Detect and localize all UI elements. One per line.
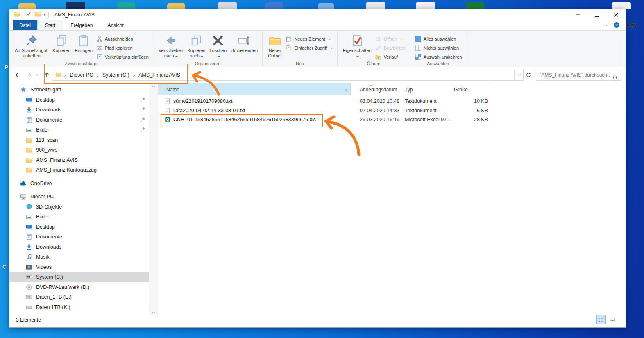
history-button[interactable]: Verlauf bbox=[374, 53, 407, 61]
desktop-icon[interactable] bbox=[466, 2, 484, 9]
sidebar-item-desktop[interactable]: Desktop bbox=[9, 222, 149, 232]
sidebar-item-900-wws[interactable]: 900_wws bbox=[9, 145, 149, 155]
scroll-up-icon[interactable] bbox=[149, 83, 158, 90]
tab-start[interactable]: Start bbox=[37, 20, 63, 30]
select-all-button[interactable]: Alles auswählen bbox=[413, 35, 464, 43]
refresh-icon[interactable] bbox=[524, 70, 533, 81]
desktop-icon[interactable] bbox=[18, 3, 36, 9]
large-icons-view-button[interactable] bbox=[607, 315, 617, 324]
move-to-button[interactable]: Verschiebennach bbox=[156, 32, 186, 59]
invert-selection-button[interactable]: Auswahl umkehren bbox=[413, 53, 464, 61]
drive-gray-icon bbox=[26, 304, 32, 311]
paste-button[interactable]: Einfügen bbox=[73, 32, 94, 53]
up-arrow-icon bbox=[43, 72, 50, 78]
sidebar-item-dokumente[interactable]: Dokumente bbox=[9, 232, 149, 242]
delete-button[interactable]: Löschen bbox=[207, 32, 229, 59]
file-name-cell[interactable]: CNH_01-158462855115846265591584626150258… bbox=[158, 117, 351, 122]
select-none-button[interactable]: Nichts auswählen bbox=[413, 44, 464, 52]
column-header-date[interactable]: Änderungsdatum bbox=[351, 83, 403, 95]
pin-to-quick-access-button[interactable]: An Schnellzugriffanheften bbox=[13, 32, 50, 59]
title-bar[interactable]: AMS_Finanz AVIS bbox=[9, 9, 626, 20]
column-header-type[interactable]: Typ bbox=[403, 83, 452, 95]
desktop-icon[interactable] bbox=[265, 2, 283, 9]
customize-quick-access-icon[interactable] bbox=[43, 14, 46, 16]
tab-datei[interactable]: Datei bbox=[13, 20, 37, 30]
collapse-ribbon-icon[interactable] bbox=[603, 22, 608, 29]
breadcrumb-segment[interactable]: System (C:) bbox=[102, 72, 130, 78]
new-item-button[interactable]: Neues Element bbox=[284, 35, 335, 43]
file-name-cell[interactable]: sümo22019101709080.txt bbox=[158, 98, 351, 104]
forward-button[interactable] bbox=[23, 70, 34, 80]
file-row[interactable]: sümo22019101709080.txt03.04.2020 10:48Te… bbox=[158, 97, 626, 106]
breadcrumb-segment[interactable]: Dieser PC bbox=[69, 72, 94, 78]
sidebar-item-schnellzugriff[interactable]: Schnellzugriff bbox=[9, 85, 149, 95]
desktop-icon[interactable] bbox=[117, 2, 135, 9]
sidebar-item-onedrive[interactable]: OneDrive bbox=[9, 179, 149, 189]
item-count: 3 Elemente bbox=[16, 317, 41, 323]
breadcrumb[interactable]: ›Dieser PC›System (C:)›AMS_Finanz AVIS bbox=[53, 70, 515, 81]
desktop-icon[interactable] bbox=[66, 2, 85, 9]
file-name-cell[interactable]: ilafa2020-04-02-14-33-08-01.txt bbox=[158, 108, 351, 113]
desktop-icon[interactable] bbox=[612, 2, 631, 9]
sidebar-item-desktop[interactable]: Desktop bbox=[9, 95, 149, 105]
copy-button[interactable]: Kopieren bbox=[50, 32, 73, 53]
desktop-icon[interactable] bbox=[167, 3, 185, 9]
file-row[interactable]: ilafa2020-04-02-14-33-08-01.txt02.04.202… bbox=[158, 106, 626, 116]
sidebar-item-ams-finanz-kontoauszug[interactable]: AMS_Finanz Kontoauszug bbox=[9, 165, 149, 175]
rename-button[interactable]: Umbenennen bbox=[229, 32, 260, 53]
tab-ansicht[interactable]: Ansicht bbox=[100, 20, 131, 30]
window-controls bbox=[568, 9, 626, 20]
column-header-size[interactable]: Größe bbox=[452, 83, 491, 95]
sidebar-item-videos[interactable]: Videos bbox=[9, 262, 149, 272]
column-header-label: Größe bbox=[454, 87, 468, 93]
sidebar-item-daten-1tb-k-[interactable]: Daten 1TB (K:) bbox=[9, 302, 149, 313]
details-view-button[interactable] bbox=[596, 315, 606, 324]
edit-button[interactable]: Bearbeiten bbox=[374, 44, 407, 52]
up-button[interactable] bbox=[41, 70, 52, 80]
button-label: Umbenennen bbox=[231, 48, 258, 53]
sidebar-item-system-c-[interactable]: System (C:) bbox=[9, 272, 149, 282]
sidebar-item-bilder[interactable]: Bilder bbox=[9, 212, 149, 222]
recent-locations-icon[interactable] bbox=[34, 70, 41, 80]
search-input[interactable]: "AMS_Finanz AVIS" durchsuch... bbox=[536, 70, 621, 81]
address-bar-row: ›Dieser PC›System (C:)›AMS_Finanz AVIS "… bbox=[9, 67, 626, 83]
sidebar-item-113-scan[interactable]: 113_scan bbox=[9, 135, 149, 145]
desktop-icon[interactable] bbox=[318, 3, 334, 9]
details-view-icon bbox=[599, 317, 604, 323]
easy-access-button[interactable]: Einfacher Zugriff bbox=[284, 44, 335, 52]
cut-button[interactable]: Ausschneiden bbox=[95, 35, 150, 43]
sidebar-item-daten-1tb-e-[interactable]: Daten_1TB (E:) bbox=[9, 292, 149, 302]
file-row-highlighted[interactable]: CNH_01-158462855115846265591584626150258… bbox=[158, 115, 626, 125]
sidebar-item-downloads[interactable]: Downloads bbox=[9, 105, 149, 115]
sidebar-scrollbar[interactable] bbox=[149, 83, 158, 316]
column-header-label: Änderungsdatum bbox=[360, 87, 397, 93]
sidebar-item-ams-finanz-avis[interactable]: AMS_Finanz AVIS bbox=[9, 155, 149, 166]
sidebar-item-dieser-pc[interactable]: Dieser PC bbox=[9, 192, 149, 202]
column-header-name[interactable]: Name bbox=[158, 83, 351, 95]
address-dropdown-icon[interactable] bbox=[515, 70, 524, 81]
back-button[interactable] bbox=[13, 70, 23, 80]
sidebar-item-dokumente[interactable]: Dokumente bbox=[9, 115, 149, 125]
tab-freigeben[interactable]: Freigeben bbox=[63, 20, 100, 30]
close-button[interactable] bbox=[606, 9, 626, 20]
paste-shortcut-button[interactable]: Verknüpfung einfügen bbox=[95, 53, 150, 61]
desktop-icon[interactable] bbox=[218, 2, 237, 9]
open-button[interactable]: Öffnen bbox=[374, 35, 407, 43]
chevron-down-icon bbox=[517, 73, 522, 77]
sidebar-item-musik[interactable]: Musik bbox=[9, 252, 149, 262]
drive-ams-icon bbox=[26, 294, 32, 300]
desktop-icon[interactable] bbox=[366, 2, 385, 9]
copy-path-button[interactable]: Pfad kopieren bbox=[95, 44, 150, 52]
minimize-button[interactable] bbox=[568, 9, 587, 20]
new-folder-button[interactable]: NeuerOrdner bbox=[266, 32, 284, 59]
desktop-icon[interactable] bbox=[416, 2, 435, 9]
sidebar-item-downloads[interactable]: Downloads bbox=[9, 242, 149, 252]
help-icon[interactable]: ? bbox=[613, 22, 620, 30]
sidebar-item-dvd-rw-laufwerk-d-[interactable]: DVD-RW-Laufwerk (D:) bbox=[9, 282, 149, 293]
properties-button[interactable]: Eigenschaften bbox=[341, 32, 374, 59]
sidebar-item-bilder[interactable]: Bilder bbox=[9, 125, 149, 135]
maximize-button[interactable] bbox=[587, 9, 606, 20]
breadcrumb-segment[interactable]: AMS_Finanz AVIS bbox=[138, 72, 181, 78]
sidebar-item-3d-objekte[interactable]: 3D-Objekte bbox=[9, 202, 149, 212]
copy-to-button[interactable]: Kopierennach bbox=[185, 32, 207, 59]
